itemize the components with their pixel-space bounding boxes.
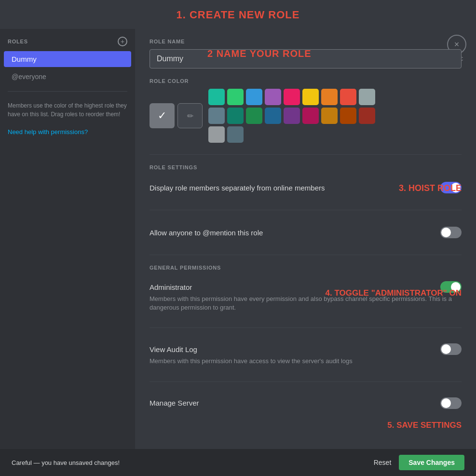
color-row: ✓ ✏ (150, 89, 462, 143)
checkmark-icon: ✓ (158, 109, 166, 122)
permission-audit-log: View Audit Log Members with this permiss… (150, 338, 462, 371)
color-grid (208, 89, 375, 143)
role-name-section-label: ROLE NAME (150, 39, 462, 44)
color-swatch-2[interactable] (246, 89, 262, 105)
reset-button[interactable]: Reset (374, 459, 392, 466)
role-settings-label: ROLE SETTINGS (150, 164, 462, 170)
role-name-dummy: Dummy (12, 55, 37, 63)
manage-server-toggle-knob (441, 398, 451, 408)
color-swatch-10[interactable] (227, 108, 244, 124)
color-swatch-4[interactable] (284, 89, 300, 105)
manage-server-label: Manage Server (150, 399, 199, 407)
custom-color-picker[interactable]: ✏ (177, 103, 203, 128)
admin-toggle[interactable] (440, 281, 462, 293)
default-color-swatch[interactable]: ✓ (150, 103, 175, 128)
divider-4 (150, 327, 462, 328)
color-swatch-3[interactable] (265, 89, 281, 105)
plus-icon: + (121, 38, 124, 45)
admin-toggle-knob (451, 282, 461, 292)
save-changes-button[interactable]: Save Changes (399, 455, 464, 470)
color-swatch-13[interactable] (284, 108, 300, 124)
color-swatch-17[interactable] (359, 108, 375, 124)
page-title: 1. CREATE NEW ROLE (0, 0, 476, 29)
main-layout: ROLES + Dummy @everyone Members use the … (0, 29, 476, 449)
audit-toggle[interactable] (440, 343, 462, 355)
divider-1 (150, 154, 462, 155)
hoist-label: Display role members separately from onl… (150, 184, 325, 192)
help-link[interactable]: Need help with permissions? (0, 123, 135, 140)
role-name-everyone: @everyone (12, 73, 46, 81)
audit-label: View Audit Log (150, 345, 197, 354)
mention-toggle-knob (441, 228, 451, 237)
color-swatch-19[interactable] (227, 126, 244, 143)
mention-row: Allow anyone to @mention this role (150, 220, 462, 245)
pencil-icon: ✏ (187, 111, 193, 121)
permission-manage-server: Manage Server (150, 392, 462, 415)
bottom-bar-actions: Reset Save Changes (374, 455, 464, 470)
role-name-input[interactable] (150, 49, 462, 68)
hoist-toggle-knob (451, 183, 461, 192)
color-swatch-9[interactable] (208, 108, 225, 124)
sidebar-divider (8, 91, 127, 92)
hoist-row: Display role members separately from onl… (150, 175, 462, 200)
color-swatch-14[interactable] (302, 108, 319, 124)
divider-3 (150, 255, 462, 255)
sidebar-item-dummy[interactable]: Dummy (4, 51, 131, 67)
roles-header-label: ROLES (8, 39, 28, 44)
audit-desc: Members with this permission have access… (150, 357, 462, 366)
divider-2 (150, 210, 462, 210)
role-color-section: ROLE COLOR ✓ ✏ (150, 78, 462, 143)
sidebar-header: ROLES + (0, 34, 135, 51)
divider-5 (150, 381, 462, 382)
color-swatch-16[interactable] (340, 108, 356, 124)
role-color-label: ROLE COLOR (150, 78, 462, 84)
permission-administrator: Administrator Members with this permissi… (150, 275, 462, 318)
color-swatch-8[interactable] (359, 89, 375, 105)
color-swatch-15[interactable] (321, 108, 338, 124)
unsaved-warning: Careful — you have unsaved changes! (12, 459, 120, 466)
sidebar-item-everyone[interactable]: @everyone (4, 69, 131, 84)
color-swatch-0[interactable] (208, 89, 225, 105)
admin-label: Administrator (150, 283, 192, 291)
color-swatch-6[interactable] (321, 89, 338, 105)
hoist-toggle[interactable] (440, 182, 462, 193)
bottom-bar: Careful — you have unsaved changes! Rese… (0, 449, 476, 476)
admin-header-row: Administrator (150, 281, 462, 293)
color-swatch-12[interactable] (265, 108, 281, 124)
manage-server-toggle[interactable] (440, 397, 462, 409)
admin-desc: Members with this permission have every … (150, 295, 462, 312)
content-area: ROLE NAME ROLE COLOR ✓ ✏ ROLE SETTINGS (135, 29, 476, 449)
color-swatch-7[interactable] (340, 89, 356, 105)
sidebar: ROLES + Dummy @everyone Members use the … (0, 29, 135, 449)
add-role-button[interactable]: + (118, 37, 127, 46)
color-swatch-11[interactable] (246, 108, 262, 124)
audit-toggle-knob (441, 344, 451, 354)
color-swatch-5[interactable] (302, 89, 319, 105)
mention-label: Allow anyone to @mention this role (150, 229, 263, 237)
mention-toggle[interactable] (440, 227, 462, 238)
color-swatch-1[interactable] (227, 89, 244, 105)
color-swatch-18[interactable] (208, 126, 225, 143)
general-permissions-label: GENERAL PERMISSIONS (150, 265, 462, 271)
sidebar-info-text: Members use the color of the highest rol… (0, 96, 135, 123)
audit-header-row: View Audit Log (150, 343, 462, 355)
manage-server-header-row: Manage Server (150, 397, 462, 409)
